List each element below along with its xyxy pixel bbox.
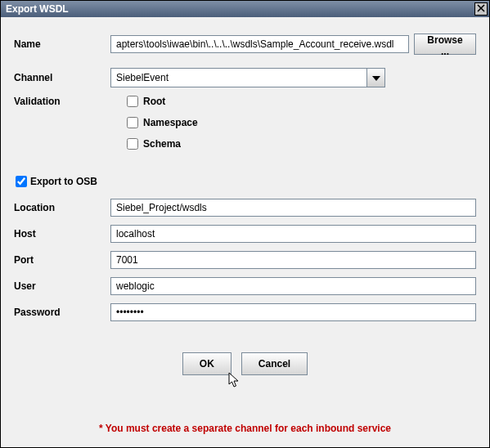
browse-button[interactable]: Browse ...	[414, 34, 476, 55]
export-wsdl-dialog: Export WSDL Name Browse ... Channel Sieb…	[0, 0, 490, 448]
port-input[interactable]	[110, 251, 476, 269]
location-label: Location	[14, 202, 110, 213]
footnote: * You must create a separate channel for…	[14, 423, 476, 439]
name-input[interactable]	[110, 35, 409, 53]
dialog-content: Name Browse ... Channel SiebelEvent	[1, 17, 489, 447]
validation-label: Validation	[14, 96, 110, 107]
channel-label: Channel	[14, 72, 110, 83]
host-input[interactable]	[110, 225, 476, 243]
channel-combo-arrow[interactable]	[366, 69, 384, 87]
schema-checkbox[interactable]	[127, 138, 138, 150]
close-icon	[477, 3, 485, 15]
export-osb-label: Export to OSB	[30, 176, 97, 187]
port-label: Port	[14, 254, 110, 266]
namespace-checkbox[interactable]	[127, 117, 138, 128]
user-input[interactable]	[110, 277, 476, 295]
name-label: Name	[14, 38, 110, 50]
ok-button[interactable]: OK	[182, 352, 232, 375]
location-input[interactable]	[110, 199, 476, 217]
export-osb-checkbox[interactable]	[16, 176, 27, 187]
root-checkbox[interactable]	[127, 96, 138, 107]
schema-label: Schema	[143, 138, 181, 150]
password-label: Password	[14, 307, 110, 318]
namespace-label: Namespace	[143, 117, 198, 128]
channel-value: SiebelEvent	[111, 69, 366, 87]
close-button[interactable]	[474, 2, 488, 16]
cancel-button[interactable]: Cancel	[241, 352, 308, 375]
svg-marker-2	[372, 76, 380, 81]
button-row: OK Cancel	[14, 352, 476, 375]
channel-combo[interactable]: SiebelEvent	[110, 68, 385, 87]
user-label: User	[14, 280, 110, 292]
dialog-title: Export WSDL	[6, 3, 69, 15]
password-input[interactable]	[110, 303, 476, 321]
chevron-down-icon	[372, 72, 380, 83]
host-label: Host	[14, 228, 110, 240]
titlebar: Export WSDL	[1, 1, 489, 17]
root-label: Root	[143, 96, 165, 107]
